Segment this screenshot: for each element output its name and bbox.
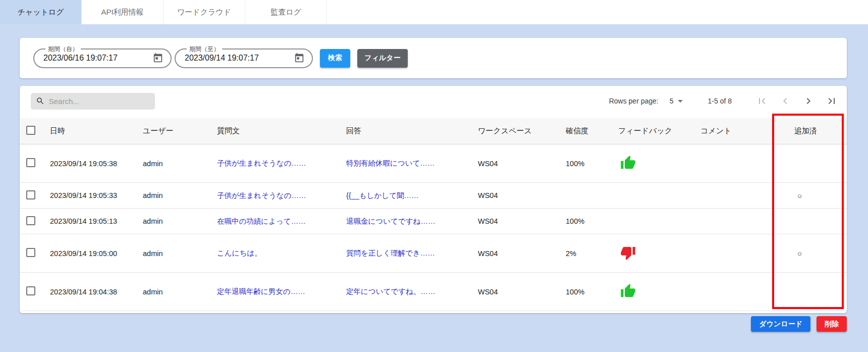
cell-answer-link[interactable]: 定年についてですね。…… bbox=[346, 287, 478, 296]
cell-user: admin bbox=[143, 249, 217, 258]
column-header: ユーザー bbox=[143, 126, 217, 136]
calendar-icon[interactable] bbox=[294, 53, 305, 64]
date-from-field[interactable]: 期間（自） 2023/06/16 19:07:17 bbox=[33, 48, 172, 68]
column-header: コメント bbox=[700, 126, 794, 136]
date-from-label: 期間（自） bbox=[45, 45, 81, 54]
tab-audit-log[interactable]: 監査ログ bbox=[245, 0, 327, 24]
table-row: 2023/09/14 19:05:38 admin 子供が生まれそうなの…… 特… bbox=[20, 144, 847, 183]
cell-confidence: 100% bbox=[566, 160, 618, 168]
date-to-label: 期間（至） bbox=[187, 45, 222, 54]
row-checkbox[interactable] bbox=[26, 190, 35, 199]
first-page-icon bbox=[756, 95, 768, 107]
footer-actions: ダウンロード 削除 bbox=[751, 316, 847, 332]
thumbs-up-icon bbox=[620, 155, 636, 172]
tab-label: 監査ログ bbox=[270, 8, 301, 17]
rows-per-page-value: 5 bbox=[670, 97, 674, 105]
cell-datetime: 2023/09/14 19:05:38 bbox=[50, 160, 143, 168]
pagination: Rows per page: 5 1-5 of 8 bbox=[609, 95, 838, 107]
tab-label: チャットログ bbox=[17, 8, 64, 17]
table-header-row: 日時ユーザー質問文回答ワークスペース確信度フィードバックコメント追加済 bbox=[20, 118, 847, 144]
cell-datetime: 2023/09/14 19:05:00 bbox=[50, 249, 143, 258]
column-header: 日時 bbox=[50, 126, 143, 136]
search-input[interactable] bbox=[49, 97, 150, 106]
calendar-icon[interactable] bbox=[152, 53, 164, 64]
cell-question-link[interactable]: 在職中の功績によって…… bbox=[217, 217, 346, 226]
cell-workspace: WS04 bbox=[478, 249, 566, 258]
column-header: フィードバック bbox=[618, 126, 700, 136]
row-checkbox[interactable] bbox=[26, 158, 35, 167]
cell-answer-link[interactable]: 退職金についてですね…… bbox=[346, 217, 478, 226]
cell-feedback bbox=[618, 283, 700, 300]
cell-user: admin bbox=[143, 288, 217, 296]
table-body: 2023/09/14 19:05:38 admin 子供が生まれそうなの…… 特… bbox=[20, 144, 847, 311]
cell-workspace: WS04 bbox=[478, 217, 566, 225]
cell-user: admin bbox=[143, 191, 217, 199]
table-row: 2023/09/14 19:05:00 admin こんにちは。 質問を正しく理… bbox=[20, 234, 847, 273]
added-mark: ○ bbox=[794, 191, 802, 200]
table-row: 2023/09/14 19:05:13 admin 在職中の功績によって…… 退… bbox=[20, 209, 847, 234]
table-toolbar: Rows per page: 5 1-5 of 8 bbox=[20, 86, 847, 109]
column-header: 追加済 bbox=[794, 126, 847, 136]
row-checkbox[interactable] bbox=[26, 286, 35, 295]
caret-down-icon bbox=[678, 100, 683, 103]
date-from-value: 2023/06/16 19:07:17 bbox=[43, 54, 152, 63]
cell-user: admin bbox=[143, 160, 217, 168]
column-header: 回答 bbox=[346, 126, 478, 136]
chat-log-table-card: Rows per page: 5 1-5 of 8 日時ユーザー質問文回答ワーク… bbox=[20, 86, 847, 313]
pagination-range: 1-5 of 8 bbox=[708, 97, 732, 105]
last-page-icon bbox=[826, 95, 838, 107]
row-checkbox[interactable] bbox=[26, 248, 35, 257]
cell-question-link[interactable]: 子供が生まれそうなの…… bbox=[217, 159, 346, 168]
cell-confidence: 100% bbox=[566, 217, 618, 225]
rows-per-page-label: Rows per page: bbox=[609, 97, 659, 105]
added-mark: ○ bbox=[794, 249, 802, 258]
prev-page-button[interactable] bbox=[779, 95, 791, 107]
cell-question-link[interactable]: 子供が生まれそうなの…… bbox=[217, 191, 346, 200]
tab-word-cloud[interactable]: ワードクラウド bbox=[164, 0, 245, 24]
last-page-button[interactable] bbox=[826, 95, 838, 107]
cell-added: ○ bbox=[794, 249, 847, 258]
search-icon bbox=[36, 96, 45, 106]
date-to-field[interactable]: 期間（至） 2023/09/14 19:07:17 bbox=[175, 48, 313, 68]
filter-panel: 期間（自） 2023/06/16 19:07:17 期間（至） 2023/09/… bbox=[20, 38, 847, 78]
search-button[interactable]: 検索 bbox=[320, 49, 350, 68]
thumbs-up-icon bbox=[620, 283, 636, 300]
column-header: 確信度 bbox=[566, 126, 618, 136]
cell-answer-link[interactable]: {{__もしかして聞…… bbox=[346, 191, 478, 200]
select-all-checkbox[interactable] bbox=[26, 126, 35, 135]
cell-workspace: WS04 bbox=[478, 191, 566, 199]
rows-per-page-select[interactable]: 5 bbox=[670, 97, 683, 105]
cell-answer-link[interactable]: 質問を正しく理解でき…… bbox=[346, 248, 478, 258]
cell-datetime: 2023/09/14 19:05:13 bbox=[50, 217, 143, 225]
cell-feedback bbox=[618, 155, 700, 172]
first-page-button[interactable] bbox=[756, 95, 768, 107]
search-box[interactable] bbox=[31, 93, 155, 110]
chevron-right-icon bbox=[802, 95, 815, 107]
cell-workspace: WS04 bbox=[478, 160, 566, 168]
row-checkbox[interactable] bbox=[26, 216, 35, 225]
cell-added: ○ bbox=[794, 191, 847, 200]
thumbs-down-icon bbox=[620, 245, 636, 262]
tab-bar: チャットログAPI利用情報ワードクラウド監査ログ bbox=[0, 0, 868, 24]
filter-button[interactable]: フィルター bbox=[357, 49, 408, 68]
tab-label: ワードクラウド bbox=[177, 8, 231, 17]
tab-api-usage[interactable]: API利用情報 bbox=[82, 0, 164, 24]
column-header: 質問文 bbox=[217, 126, 346, 136]
delete-button[interactable]: 削除 bbox=[817, 316, 847, 332]
tab-label: API利用情報 bbox=[101, 8, 143, 17]
cell-workspace: WS04 bbox=[478, 288, 566, 296]
column-header: ワークスペース bbox=[478, 126, 566, 136]
table-row: 2023/09/14 19:04:38 admin 定年退職年齢に男女の…… 定… bbox=[20, 273, 847, 311]
cell-datetime: 2023/09/14 19:04:38 bbox=[50, 288, 143, 296]
cell-question-link[interactable]: こんにちは。 bbox=[217, 248, 346, 258]
date-to-value: 2023/09/14 19:07:17 bbox=[185, 54, 294, 63]
download-button[interactable]: ダウンロード bbox=[751, 316, 810, 332]
next-page-button[interactable] bbox=[802, 95, 815, 107]
tab-chat-log[interactable]: チャットログ bbox=[0, 0, 82, 24]
cell-feedback bbox=[618, 245, 700, 262]
chevron-left-icon bbox=[779, 95, 791, 107]
cell-confidence: 2% bbox=[566, 249, 618, 258]
cell-answer-link[interactable]: 特別有給休暇について…… bbox=[346, 159, 478, 168]
cell-question-link[interactable]: 定年退職年齢に男女の…… bbox=[217, 287, 346, 296]
cell-user: admin bbox=[143, 217, 217, 225]
